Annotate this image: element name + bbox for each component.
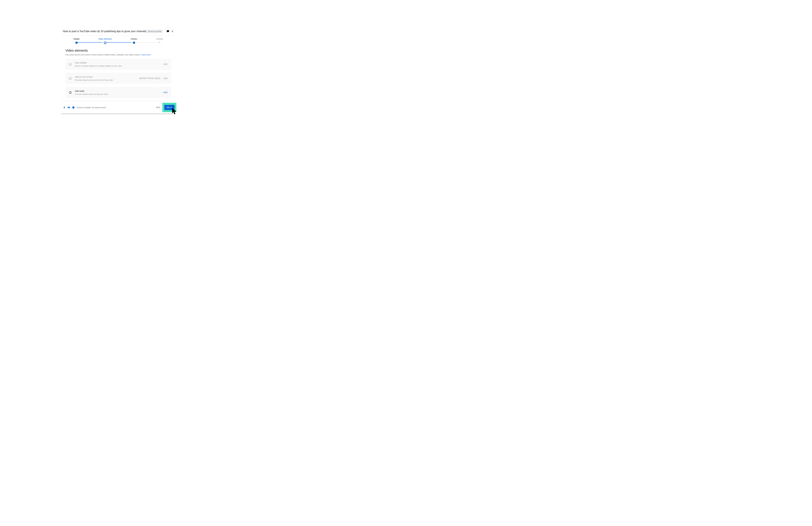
card-description: Promote related content at the end of yo… [75,79,139,81]
check-icon [133,42,135,44]
svg-rect-3 [69,77,72,79]
add-subtitles-button[interactable]: ADD [163,63,168,65]
step-video-elements[interactable]: Video elements [98,38,112,44]
card-description: Promote related content during your vide… [75,93,163,95]
step-label: Visibility [156,38,163,40]
svg-rect-1 [69,64,70,65]
import-from-video-button[interactable]: IMPORT FROM VIDEO [139,77,160,79]
step-visibility[interactable]: Visibility [156,38,163,44]
card-title: Add cards [75,90,163,92]
empty-icon [159,42,160,43]
card-title: Add subtitles [75,61,163,64]
upload-dialog: How to post a YouTube video (& 10 publis… [61,27,175,114]
back-button[interactable]: BAC [155,105,162,110]
step-label: Checks [131,38,137,40]
dialog-footer: HD Checks complete. No issues found. BAC… [61,101,175,114]
ring-icon [104,42,106,44]
card-title: Add an end screen [75,76,139,78]
learn-more-link[interactable]: Learn more [141,54,151,56]
dialog-header: How to post a YouTube video (& 10 publis… [61,27,175,35]
upload-icon[interactable] [63,106,66,109]
svg-rect-0 [69,63,72,65]
check-icon [75,42,78,44]
next-button[interactable]: NEXT [164,105,174,110]
add-cards-card: Add cards Promote related content during… [66,87,171,98]
add-cards-button[interactable]: ADD [163,91,168,94]
subtitles-card: Add subtitles Reach a broader audience b… [66,59,171,70]
add-end-screen-button[interactable]: ADD [163,77,168,79]
next-button-highlight: NEXT [162,103,176,112]
hd-icon[interactable]: HD [68,106,70,109]
svg-rect-7 [70,92,71,93]
subtitles-icon [68,62,72,66]
svg-point-6 [70,92,71,92]
end-screen-card: Add an end screen Promote related conten… [66,73,171,84]
section-description: Use cards and an end screen to show view… [66,54,171,56]
video-title: How to post a YouTube video (& 10 publis… [63,30,147,33]
dialog-content: Video elements Use cards and an end scre… [61,45,175,98]
footer-status-text: Checks complete. No issues found. [77,106,155,108]
step-checks[interactable]: Checks [131,38,137,44]
feedback-icon[interactable] [166,30,170,33]
step-label: Details [74,38,79,40]
svg-text:HD: HD [68,107,70,108]
check-complete-icon [72,106,75,109]
step-progress: Details Video elements Checks Visibility [61,35,175,45]
end-screen-icon [68,76,72,81]
step-label: Video elements [98,38,112,40]
close-icon[interactable] [171,30,174,33]
svg-rect-2 [71,64,71,65]
section-title: Video elements [66,49,171,53]
step-details[interactable]: Details [74,38,79,44]
info-icon [68,91,72,94]
save-status-badge: Saved as private [147,30,163,33]
svg-rect-4 [69,78,70,79]
card-description: Reach a broader audience by adding subti… [75,65,163,67]
